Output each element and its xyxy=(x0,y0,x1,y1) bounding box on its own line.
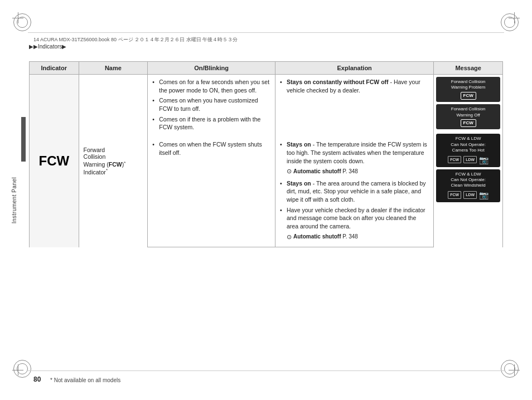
bullet-item: Stays on - The area around the camera is… xyxy=(280,179,429,204)
main-table-wrapper: Indicator Name On/Blinking Explanation M… xyxy=(29,61,503,247)
footnote: * Not available on all models xyxy=(50,377,120,383)
col-header-indicator: Indicator xyxy=(30,62,79,75)
header-divider xyxy=(28,32,504,33)
fcw-indicator-table: Indicator Name On/Blinking Explanation M… xyxy=(29,61,503,247)
col-header-explanation: Explanation xyxy=(275,62,433,75)
explanation-cell-top: Stays on constantly without FCW off - Ha… xyxy=(275,75,433,138)
explanation-cell-bottom: Stays on - The temperature inside the FC… xyxy=(275,137,433,247)
col-header-message: Message xyxy=(434,62,503,75)
message-cell: Forward Collision Warning Problem FCW Fo… xyxy=(434,75,503,247)
sidebar-bar xyxy=(21,117,26,162)
auto-shutoff-1: ⊙ Automatic shutoff P. 348 xyxy=(287,167,429,175)
auto-shutoff-2: ⊙ Automatic shutoff P. 348 xyxy=(287,233,429,241)
bullet-item: Comes on when you have customized FCW to… xyxy=(152,96,270,113)
bullet-item: Stays on - The temperature inside the FC… xyxy=(280,140,429,175)
breadcrumb: ▶▶Indicators▶ xyxy=(29,43,66,50)
on-blinking-cell-bottom: Comes on when the FCW system shuts itsel… xyxy=(148,137,275,247)
indicator-cell: FCW xyxy=(30,75,79,247)
sidebar-label: Instrument Panel xyxy=(10,111,19,289)
crosshair-tr xyxy=(509,12,520,23)
crosshair-bl xyxy=(12,364,23,375)
message-box-2: Forward Collision Warning Off FCW xyxy=(436,104,500,129)
bullet-item: Comes on when the FCW system shuts itsel… xyxy=(152,140,270,157)
name-cell: Forward Collision Warning (FCW)* Indicat… xyxy=(79,75,148,247)
on-blinking-cell-top: Comes on for a few seconds when you set … xyxy=(148,75,275,138)
col-header-name: Name xyxy=(79,62,148,75)
bullet-item: Stays on constantly without FCW off - Ha… xyxy=(280,78,429,94)
table-row-top: FCW Forward Collision Warning (FCW)* Ind… xyxy=(30,75,503,138)
bullet-item: Comes on for a few seconds when you set … xyxy=(152,78,270,94)
bullet-item: Have your vehicle checked by a dealer if… xyxy=(280,206,429,241)
col-header-on-blinking: On/Blinking xyxy=(148,62,275,75)
crosshair-br xyxy=(509,364,520,375)
message-box-3: FCW & LDW Can Not Operate: Camera Too Ho… xyxy=(436,134,500,167)
page-number: 80 xyxy=(33,375,41,383)
footer-divider xyxy=(28,370,504,371)
bullet-item: Comes on if there is a problem with the … xyxy=(152,115,270,131)
crosshair-tl xyxy=(12,12,23,23)
message-box-1: Forward Collision Warning Problem FCW xyxy=(436,77,500,102)
file-info: 14 ACURA MDX-31TZ56000.book 80 ページ ２０１４年… xyxy=(33,36,238,43)
message-box-4: FCW & LDW Can Not Operate: Clean Windshi… xyxy=(436,169,500,202)
